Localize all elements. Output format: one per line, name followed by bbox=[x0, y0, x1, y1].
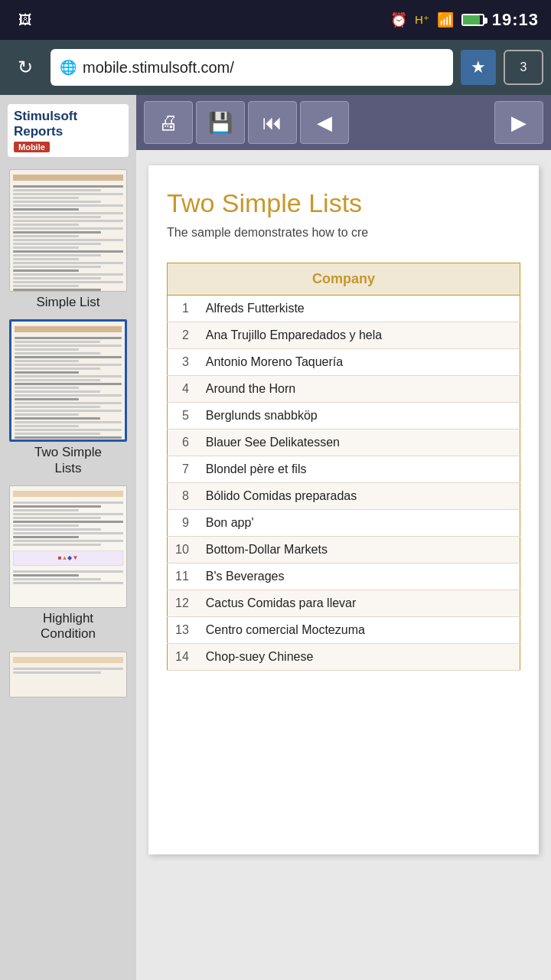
sidebar-item-4[interactable] bbox=[8, 652, 129, 697]
next-page-icon: ▶ bbox=[511, 111, 527, 135]
table-row: 13 Centro comercial Moctezuma bbox=[168, 617, 520, 644]
row-number: 7 bbox=[168, 456, 198, 483]
row-number: 4 bbox=[168, 376, 198, 403]
logo-badge: Mobile bbox=[14, 142, 50, 152]
table-row: 1 Alfreds Futterkiste bbox=[168, 296, 520, 322]
sidebar-thumb-4 bbox=[9, 652, 127, 697]
sidebar-logo: Stimulsoft Reports Mobile bbox=[8, 104, 129, 157]
table-row: 10 Bottom-Dollar Markets bbox=[168, 537, 520, 564]
company-header: Company bbox=[168, 263, 520, 296]
report-page: Two Simple Lists The sample demonstrates… bbox=[148, 165, 539, 854]
logo-title-line2: Reports bbox=[14, 124, 63, 139]
first-page-icon: ⏮ bbox=[262, 111, 282, 135]
save-button[interactable]: 💾 bbox=[196, 101, 245, 144]
report-area: 🖨 💾 ⏮ ◀ ▶ Two Simple Lists The sample de… bbox=[136, 95, 551, 980]
row-company: Centro comercial Moctezuma bbox=[198, 617, 520, 644]
sidebar-item-two-simple-lists[interactable]: Two Simple Lists bbox=[8, 319, 129, 476]
row-number: 3 bbox=[168, 349, 198, 376]
url-bar[interactable]: 🌐 mobile.stimulsoft.com/ bbox=[51, 49, 453, 86]
table-row: 2 Ana Trujillo Emparedados y hela bbox=[168, 322, 520, 349]
row-company: Alfreds Futterkiste bbox=[198, 296, 520, 322]
row-number: 12 bbox=[168, 590, 198, 617]
row-company: Cactus Comidas para llevar bbox=[198, 590, 520, 617]
save-icon: 💾 bbox=[208, 111, 233, 135]
hplus-icon: H⁺ bbox=[415, 13, 429, 27]
row-number: 10 bbox=[168, 537, 198, 564]
prev-page-button[interactable]: ◀ bbox=[300, 101, 349, 144]
sidebar-thumb-1 bbox=[9, 169, 127, 292]
logo-title-line1: Stimulsoft bbox=[14, 109, 77, 124]
row-company: Bottom-Dollar Markets bbox=[198, 537, 520, 564]
row-number: 5 bbox=[168, 403, 198, 430]
prev-page-icon: ◀ bbox=[317, 111, 332, 135]
next-page-button[interactable]: ▶ bbox=[494, 101, 543, 144]
row-company: Around the Horn bbox=[198, 376, 520, 403]
report-content: Two Simple Lists The sample demonstrates… bbox=[136, 150, 551, 980]
signal-icon: 📶 bbox=[437, 11, 454, 28]
table-row: 7 Blondel père et fils bbox=[168, 456, 520, 483]
row-company: Bólido Comidas preparadas bbox=[198, 483, 520, 510]
table-row: 14 Chop-suey Chinese bbox=[168, 644, 520, 671]
report-description: The sample demonstrates how to cre bbox=[167, 226, 520, 240]
table-row: 6 Blauer See Delikatessen bbox=[168, 430, 520, 456]
sidebar-label-3: Highlight Condition bbox=[41, 611, 96, 642]
row-company: Ana Trujillo Emparedados y hela bbox=[198, 322, 520, 349]
bookmark-button[interactable]: ★ bbox=[461, 50, 496, 85]
url-text: mobile.stimulsoft.com/ bbox=[83, 59, 444, 77]
sidebar-label-2: Two Simple Lists bbox=[34, 445, 102, 476]
row-number: 11 bbox=[168, 564, 198, 590]
row-number: 1 bbox=[168, 296, 198, 322]
globe-icon: 🌐 bbox=[60, 59, 77, 76]
row-number: 14 bbox=[168, 644, 198, 671]
table-row: 11 B's Beverages bbox=[168, 564, 520, 590]
sidebar-item-simple-list[interactable]: Simple List bbox=[8, 169, 129, 310]
tabs-button[interactable]: 3 bbox=[504, 50, 543, 85]
print-button[interactable]: 🖨 bbox=[144, 101, 193, 144]
sidebar-thumb-3: ■ ▲ ◆ ▼ bbox=[9, 485, 127, 608]
table-row: 5 Berglunds snabbköp bbox=[168, 403, 520, 430]
row-company: Blondel père et fils bbox=[198, 456, 520, 483]
sidebar-thumb-2 bbox=[9, 319, 127, 442]
sidebar-label-1: Simple List bbox=[36, 295, 99, 310]
status-bar: 🖼 ⏰ H⁺ 📶 19:13 bbox=[0, 0, 551, 40]
main-layout: Stimulsoft Reports Mobile bbox=[0, 95, 551, 980]
table-row: 3 Antonio Moreno Taquería bbox=[168, 349, 520, 376]
row-number: 8 bbox=[168, 483, 198, 510]
row-number: 6 bbox=[168, 430, 198, 456]
alarm-icon: ⏰ bbox=[390, 11, 407, 28]
tabs-count: 3 bbox=[520, 60, 527, 74]
status-time: 19:13 bbox=[492, 10, 539, 30]
table-row: 9 Bon app' bbox=[168, 510, 520, 537]
print-icon: 🖨 bbox=[158, 111, 178, 135]
row-company: Antonio Moreno Taquería bbox=[198, 349, 520, 376]
refresh-button[interactable]: ↻ bbox=[8, 50, 43, 85]
row-company: Berglunds snabbköp bbox=[198, 403, 520, 430]
report-title: Two Simple Lists bbox=[167, 188, 520, 218]
battery-icon bbox=[461, 14, 484, 26]
row-company: B's Beverages bbox=[198, 564, 520, 590]
row-company: Blauer See Delikatessen bbox=[198, 430, 520, 456]
first-page-button[interactable]: ⏮ bbox=[248, 101, 297, 144]
row-company: Bon app' bbox=[198, 510, 520, 537]
row-number: 2 bbox=[168, 322, 198, 349]
sidebar: Stimulsoft Reports Mobile bbox=[0, 95, 136, 980]
row-company: Chop-suey Chinese bbox=[198, 644, 520, 671]
row-number: 9 bbox=[168, 510, 198, 537]
toolbar: 🖨 💾 ⏮ ◀ ▶ bbox=[136, 95, 551, 150]
row-number: 13 bbox=[168, 617, 198, 644]
star-icon: ★ bbox=[471, 57, 486, 77]
table-row: 8 Bólido Comidas preparadas bbox=[168, 483, 520, 510]
table-row: 12 Cactus Comidas para llevar bbox=[168, 590, 520, 617]
company-table: Company 1 Alfreds Futterkiste 2 Ana Truj… bbox=[167, 263, 520, 671]
table-row: 4 Around the Horn bbox=[168, 376, 520, 403]
sidebar-item-highlight-condition[interactable]: ■ ▲ ◆ ▼ Highlight Condition bbox=[8, 485, 129, 642]
browser-bar: ↻ 🌐 mobile.stimulsoft.com/ ★ 3 bbox=[0, 40, 551, 95]
photo-icon: 🖼 bbox=[18, 12, 32, 28]
